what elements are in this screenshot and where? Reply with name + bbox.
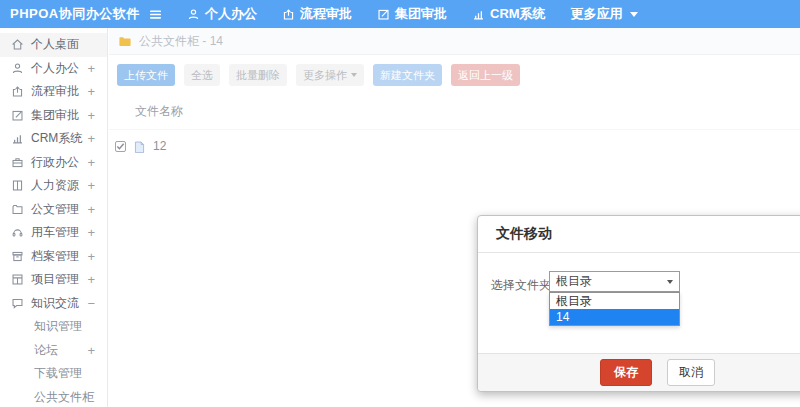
breadcrumb-text: 公共文件柜 - 14 bbox=[139, 33, 223, 50]
sidebar-item-label: 行政办公 bbox=[31, 154, 79, 171]
chart-icon bbox=[472, 8, 485, 21]
menu-icon[interactable] bbox=[148, 7, 163, 22]
expand-icon[interactable]: + bbox=[87, 225, 95, 240]
row-checkbox[interactable] bbox=[115, 141, 126, 152]
nav-label: CRM系统 bbox=[490, 5, 546, 23]
cancel-button[interactable]: 取消 bbox=[667, 359, 715, 386]
file-name[interactable]: 12 bbox=[153, 139, 166, 153]
sidebar-subitem-knowledge-management[interactable]: 知识管理 bbox=[0, 315, 107, 339]
sidebar-item-process-approval[interactable]: 流程审批 + bbox=[0, 80, 107, 104]
toolbar: 上传文件 全选 批量删除 更多操作 新建文件夹 返回上一级 bbox=[109, 55, 800, 95]
expand-icon[interactable]: + bbox=[87, 343, 95, 358]
dialog-footer: 保存 取消 bbox=[478, 353, 800, 391]
table-header-file-name: 文件名称 bbox=[109, 95, 800, 130]
nav-group-approval[interactable]: 集团审批 bbox=[377, 5, 447, 23]
back-up-level-button[interactable]: 返回上一级 bbox=[451, 64, 520, 86]
new-folder-button[interactable]: 新建文件夹 bbox=[373, 64, 442, 86]
sidebar-item-label: 公文管理 bbox=[31, 201, 79, 218]
select-all-button[interactable]: 全选 bbox=[184, 64, 220, 86]
edit-icon bbox=[377, 8, 390, 21]
sidebar-subitem-forum[interactable]: 论坛 + bbox=[0, 339, 107, 363]
expand-icon[interactable]: + bbox=[87, 155, 95, 170]
file-icon bbox=[133, 140, 146, 153]
briefcase-icon bbox=[11, 156, 24, 169]
expand-icon[interactable]: + bbox=[87, 84, 95, 99]
sidebar-item-admin-office[interactable]: 行政办公 + bbox=[0, 151, 107, 175]
folder-select-value: 根目录 bbox=[556, 273, 592, 290]
nav-more-apps[interactable]: 更多应用 bbox=[571, 5, 638, 23]
nav-label: 个人办公 bbox=[205, 5, 257, 23]
nav-label: 更多应用 bbox=[571, 5, 623, 23]
save-button[interactable]: 保存 bbox=[600, 359, 652, 386]
select-folder-label: 选择文件夹 bbox=[491, 277, 551, 294]
sidebar-item-label: 个人办公 bbox=[31, 60, 79, 77]
process-icon bbox=[11, 85, 24, 98]
sidebar-item-hr[interactable]: 人力资源 + bbox=[0, 174, 107, 198]
expand-icon[interactable]: + bbox=[87, 108, 95, 123]
sidebar-item-label: 知识交流 bbox=[31, 295, 79, 312]
expand-icon[interactable]: + bbox=[87, 249, 95, 264]
archive-icon bbox=[11, 250, 24, 263]
sidebar-item-group-approval[interactable]: 集团审批 + bbox=[0, 104, 107, 128]
nav-crm-system[interactable]: CRM系统 bbox=[472, 5, 546, 23]
dropdown-option-root[interactable]: 根目录 bbox=[550, 293, 679, 309]
more-actions-button[interactable]: 更多操作 bbox=[296, 64, 364, 86]
sidebar-item-doc-management[interactable]: 公文管理 + bbox=[0, 198, 107, 222]
sidebar-item-vehicle-management[interactable]: 用车管理 + bbox=[0, 221, 107, 245]
sidebar-item-personal-office[interactable]: 个人办公 + bbox=[0, 57, 107, 81]
sidebar-item-knowledge-exchange[interactable]: 知识交流 − bbox=[0, 292, 107, 316]
home-icon bbox=[11, 38, 24, 51]
sidebar: 个人桌面 个人办公 + 流程审批 + 集团审批 + bbox=[0, 28, 108, 407]
sidebar-item-label: 知识管理 bbox=[34, 318, 82, 335]
expand-icon[interactable]: + bbox=[87, 131, 95, 146]
folder-icon bbox=[118, 35, 132, 47]
sidebar-item-label: 个人桌面 bbox=[31, 36, 79, 53]
headset-icon bbox=[11, 226, 24, 239]
dialog-title: 文件移动 bbox=[478, 216, 800, 253]
sidebar-item-label: CRM系统 bbox=[31, 130, 82, 147]
topbar: PHPOA协同办公软件 个人办公 流程审批 集团审批 bbox=[0, 0, 800, 28]
sidebar-item-label: 用车管理 bbox=[31, 224, 79, 241]
sidebar-item-label: 人力资源 bbox=[31, 177, 79, 194]
table-row[interactable]: 12 bbox=[109, 130, 800, 162]
file-move-dialog: 文件移动 选择文件夹 根目录 根目录 14 保存 取消 bbox=[477, 215, 800, 392]
chart-icon bbox=[11, 132, 24, 145]
topbar-nav: 个人办公 流程审批 集团审批 CRM系统 更多应用 bbox=[187, 5, 663, 23]
sidebar-item-label: 流程审批 bbox=[31, 83, 79, 100]
more-actions-label: 更多操作 bbox=[303, 64, 347, 86]
sidebar-item-project-management[interactable]: 项目管理 + bbox=[0, 268, 107, 292]
document-icon bbox=[11, 203, 24, 216]
sidebar-subitem-public-file-cabinet[interactable]: 公共文件柜 bbox=[0, 386, 107, 407]
app-logo[interactable]: PHPOA协同办公软件 bbox=[10, 5, 148, 23]
folder-select-dropdown: 根目录 14 bbox=[549, 292, 680, 326]
breadcrumb: 公共文件柜 - 14 bbox=[109, 28, 800, 55]
nav-personal-office[interactable]: 个人办公 bbox=[187, 5, 257, 23]
sidebar-item-desktop[interactable]: 个人桌面 bbox=[0, 33, 107, 57]
sidebar-item-label: 档案管理 bbox=[31, 248, 79, 265]
caret-down-icon bbox=[630, 12, 638, 17]
sidebar-item-crm[interactable]: CRM系统 + bbox=[0, 127, 107, 151]
sidebar-item-label: 集团审批 bbox=[31, 107, 79, 124]
nav-process-approval[interactable]: 流程审批 bbox=[282, 5, 352, 23]
expand-icon[interactable]: + bbox=[87, 202, 95, 217]
batch-delete-button[interactable]: 批量删除 bbox=[229, 64, 287, 86]
sidebar-item-label: 项目管理 bbox=[31, 271, 79, 288]
sidebar-item-archive-management[interactable]: 档案管理 + bbox=[0, 245, 107, 269]
expand-icon[interactable]: + bbox=[87, 61, 95, 76]
upload-file-button[interactable]: 上传文件 bbox=[117, 64, 175, 86]
user-icon bbox=[11, 62, 24, 75]
nav-label: 流程审批 bbox=[300, 5, 352, 23]
sidebar-item-label: 论坛 bbox=[34, 342, 58, 359]
sidebar-subitem-download-management[interactable]: 下载管理 bbox=[0, 362, 107, 386]
expand-icon[interactable]: + bbox=[87, 272, 95, 287]
dialog-body: 选择文件夹 根目录 根目录 14 bbox=[478, 253, 800, 353]
app-window: PHPOA协同办公软件 个人办公 流程审批 集团审批 bbox=[0, 0, 800, 407]
collapse-icon[interactable]: − bbox=[87, 296, 95, 311]
user-icon bbox=[187, 8, 200, 21]
caret-down-icon bbox=[351, 73, 357, 77]
folder-select[interactable]: 根目录 bbox=[549, 271, 680, 292]
process-icon bbox=[282, 8, 295, 21]
dropdown-option-14[interactable]: 14 bbox=[550, 309, 679, 325]
expand-icon[interactable]: + bbox=[87, 178, 95, 193]
edit-icon bbox=[11, 109, 24, 122]
